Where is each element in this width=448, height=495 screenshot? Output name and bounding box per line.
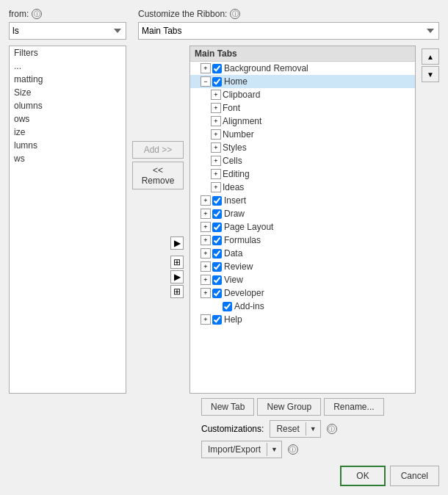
reset-dropdown-arrow[interactable]: ▼	[306, 422, 320, 436]
cb-formulas[interactable]	[212, 236, 222, 245]
import-export-info-icon: ⓘ	[288, 444, 298, 455]
list-item[interactable]: Filters	[10, 46, 126, 59]
move-down-button[interactable]: ▼	[422, 66, 439, 82]
tree-header: Main Tabs	[190, 46, 415, 62]
cb-insert[interactable]	[212, 196, 222, 206]
expander-data[interactable]: +	[200, 248, 211, 259]
list-item[interactable]: Size	[10, 86, 126, 99]
expander-formulas[interactable]: +	[200, 235, 211, 245]
tree-item-background-removal[interactable]: + Background Removal	[190, 62, 415, 75]
add-button[interactable]: Add >>	[132, 141, 184, 159]
tree-item-styles[interactable]: + Styles	[190, 141, 415, 154]
list-item[interactable]: ize	[10, 126, 126, 139]
tree-item-clipboard[interactable]: + Clipboard	[190, 88, 415, 101]
label-data: Data	[224, 248, 242, 259]
main-content: Filters ... matting Size olumns ows ize …	[9, 46, 439, 394]
reset-button-label[interactable]: Reset	[270, 421, 305, 437]
left-expand-icon3[interactable]: ⊞	[170, 285, 184, 298]
from-info-icon: ⓘ	[32, 9, 42, 19]
tree-item-cells[interactable]: + Cells	[190, 154, 415, 167]
expander-view[interactable]: +	[200, 275, 211, 285]
cb-data[interactable]	[212, 249, 222, 259]
expander-draw[interactable]: +	[200, 209, 211, 219]
expander-editing[interactable]: +	[211, 169, 221, 179]
ribbon-dropdown[interactable]: Main Tabs	[138, 22, 439, 40]
label-add-ins: Add-ins	[234, 301, 264, 311]
tree-item-developer[interactable]: + Developer	[190, 286, 415, 300]
left-list-scroll-up[interactable]: ▶	[170, 236, 184, 250]
cb-home[interactable]	[212, 77, 222, 87]
cb-view[interactable]	[212, 275, 222, 285]
tree-container[interactable]: Main Tabs + Background Removal − Home	[189, 46, 416, 394]
ok-cancel-row: OK Cancel	[9, 466, 439, 486]
expander-review[interactable]: +	[200, 261, 211, 272]
list-item[interactable]: ...	[10, 59, 126, 73]
tree-item-editing[interactable]: + Editing	[190, 167, 415, 181]
label-review: Review	[224, 261, 253, 272]
cb-add-ins[interactable]	[223, 302, 232, 311]
cb-draw[interactable]	[212, 209, 222, 219]
expander-styles[interactable]: +	[211, 142, 221, 153]
expander-alignment[interactable]: +	[211, 116, 221, 126]
cb-review[interactable]	[212, 262, 222, 272]
customize-info-icon: ⓘ	[230, 9, 240, 19]
new-tab-button[interactable]: New Tab	[201, 398, 254, 416]
left-list-container[interactable]: Filters ... matting Size olumns ows ize …	[9, 46, 126, 394]
expander-number[interactable]: +	[211, 129, 221, 140]
from-label-row: from: ⓘ	[9, 9, 126, 19]
expander-page-layout[interactable]: +	[200, 222, 211, 232]
tree-item-view[interactable]: + View	[190, 273, 415, 286]
expander-background-removal[interactable]: +	[200, 63, 211, 73]
remove-button[interactable]: << Remove	[132, 162, 184, 189]
customize-label-row: Customize the Ribbon: ⓘ	[138, 9, 439, 19]
list-item[interactable]: ows	[10, 112, 126, 126]
import-export-split-button[interactable]: Import/Export ▼	[201, 441, 282, 458]
list-item[interactable]: ws	[10, 152, 126, 165]
expander-add-ins	[211, 301, 221, 311]
move-up-button[interactable]: ▲	[422, 48, 439, 65]
cancel-button[interactable]: Cancel	[390, 466, 439, 486]
ok-button[interactable]: OK	[340, 466, 385, 486]
list-item[interactable]: matting	[10, 73, 126, 86]
tree-item-insert[interactable]: + Insert	[190, 194, 415, 207]
expander-clipboard[interactable]: +	[211, 90, 221, 100]
from-dropdown[interactable]: ls	[9, 22, 126, 40]
tree-item-alignment[interactable]: + Alignment	[190, 115, 415, 128]
tree-item-add-ins[interactable]: Add-ins	[190, 300, 415, 313]
expander-home[interactable]: −	[200, 76, 211, 87]
label-editing: Editing	[223, 169, 250, 179]
tree-item-data[interactable]: + Data	[190, 247, 415, 260]
tree-item-help[interactable]: + Help	[190, 313, 415, 326]
import-export-arrow[interactable]: ▼	[267, 443, 281, 456]
reset-split-button[interactable]: Reset ▼	[270, 420, 320, 438]
tree-item-number[interactable]: + Number	[190, 128, 415, 141]
tree-item-font[interactable]: + Font	[190, 101, 415, 115]
section-bottom: New Tab New Group Rename... Customizatio…	[9, 394, 439, 486]
cb-developer[interactable]	[212, 289, 222, 298]
tree-item-page-layout[interactable]: + Page Layout	[190, 220, 415, 234]
import-export-label[interactable]: Import/Export	[202, 441, 267, 458]
customizations-row: Customizations: Reset ▼ ⓘ	[9, 420, 439, 438]
expander-developer[interactable]: +	[200, 288, 211, 298]
cb-help[interactable]	[212, 315, 222, 325]
cb-page-layout[interactable]	[212, 223, 222, 232]
expander-font[interactable]: +	[211, 103, 221, 113]
label-draw: Draw	[224, 209, 245, 219]
dialog: from: ⓘ ls Customize the Ribbon: ⓘ Main …	[0, 0, 448, 495]
list-item[interactable]: olumns	[10, 99, 126, 112]
expander-help[interactable]: +	[200, 314, 211, 325]
tree-item-home[interactable]: − Home	[190, 75, 415, 88]
new-group-button[interactable]: New Group	[257, 398, 321, 416]
tree-item-formulas[interactable]: + Formulas	[190, 234, 415, 247]
tree-item-review[interactable]: + Review	[190, 260, 415, 273]
tree-item-ideas[interactable]: + Ideas	[190, 181, 415, 194]
left-expand-icon2[interactable]: ▶	[170, 270, 184, 283]
expander-ideas[interactable]: +	[211, 182, 221, 192]
expander-insert[interactable]: +	[200, 195, 211, 206]
tree-item-draw[interactable]: + Draw	[190, 207, 415, 220]
left-expand-icon1[interactable]: ⊞	[170, 256, 184, 269]
expander-cells[interactable]: +	[211, 156, 221, 166]
list-item[interactable]: lumns	[10, 139, 126, 152]
cb-background-removal[interactable]	[212, 64, 222, 73]
rename-button[interactable]: Rename...	[324, 398, 383, 416]
